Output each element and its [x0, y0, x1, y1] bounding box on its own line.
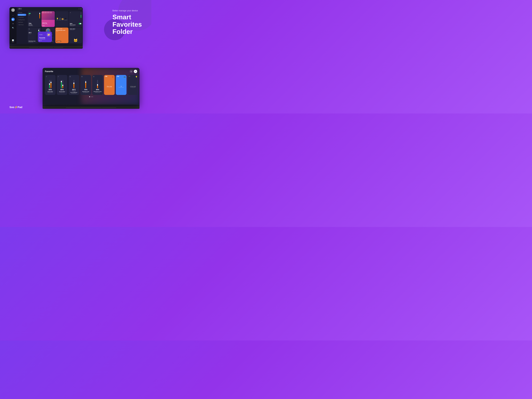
- dinner-toggle[interactable]: [79, 23, 81, 24]
- device-dimming-lamp[interactable]: ⏻ 75% Dimming Lamp Dinning Room: [80, 75, 91, 95]
- room-reading[interactable]: Reading Room: [18, 19, 26, 21]
- base-bottom-line-1: [66, 108, 80, 108]
- grid-icon[interactable]: ⊞: [80, 8, 82, 10]
- sidebar-item-home[interactable]: ⌂: [11, 13, 15, 17]
- dinner-slider-fill: [81, 15, 81, 18]
- scene-download[interactable]: ⬇ Download: [64, 18, 67, 20]
- base-line-3: [54, 47, 63, 48]
- daily-top-card[interactable]: 🎵 Daily Top Top 10 of the day: [42, 11, 55, 27]
- tv-icon: 📺: [124, 76, 126, 78]
- dimming-sub: Heating: [29, 33, 32, 34]
- room-living[interactable]: Living Room: [18, 16, 26, 18]
- top-bar: 1F ▾ ≡ ⊞: [17, 7, 83, 11]
- roman-pause-icon: ⏸: [58, 76, 59, 77]
- folder-label: Folder: [39, 34, 43, 35]
- roller-room-label: Dinning Room: [48, 92, 53, 93]
- top-bar-icons: ≡ ⊞: [79, 8, 82, 10]
- base-bottom-line-2: [80, 108, 102, 108]
- atm-value: 40%: [96, 89, 99, 91]
- base-line-2: [39, 47, 53, 48]
- scene-radio[interactable]: 📻 Radio: [62, 18, 63, 20]
- security-slider-thumb[interactable]: [39, 13, 40, 14]
- fav-menu-btn[interactable]: ≡: [130, 70, 133, 73]
- headline-line2: Favorites: [112, 21, 142, 28]
- dinner-mode-card[interactable]: ⏸ 50%: [69, 11, 82, 27]
- room-wash[interactable]: Wash Room: [18, 24, 26, 26]
- ceiling-off-badge: OFF: [129, 76, 130, 77]
- roller-blind-card[interactable]: Roller Blind Dinning Room 🐱: [69, 28, 82, 43]
- dot-2[interactable]: [91, 96, 91, 97]
- smart-guard-card[interactable]: SMART GUARD Set Security Level Setting S…: [55, 28, 69, 43]
- folder-dot-2: [40, 40, 41, 41]
- security-slider-fill: [39, 14, 40, 19]
- security-title: Security: [29, 24, 40, 25]
- sidebar-item-settings[interactable]: ⚙: [11, 22, 15, 25]
- tv-on-badge: ON: [117, 76, 119, 77]
- scene-moody[interactable]: 🎵 Moody: [59, 18, 61, 20]
- smart-guard-subtitle: Setting: [56, 31, 68, 32]
- room-bed[interactable]: Bed Room: [18, 21, 26, 23]
- dot-3[interactable]: [92, 96, 93, 97]
- tv-base-top: [9, 46, 83, 49]
- favorite-panel: Favorite ≡ ✕ ⏸: [43, 68, 139, 105]
- pagination-dots: [45, 96, 137, 97]
- next-btn[interactable]: ⏭: [52, 41, 53, 42]
- folder-name: Favorite: [39, 37, 51, 39]
- daily-top-info: Daily Top Top 10 of the day more: [42, 22, 55, 27]
- room-list: All Rooms Dinning Room Living Room Readi…: [17, 11, 27, 44]
- floor-lamp-room: Dinning Room: [107, 87, 112, 88]
- device-roman-blind[interactable]: ⏸ 80%: [57, 75, 67, 95]
- roller-value: 50%: [49, 89, 52, 91]
- chart-icon: 📊: [12, 39, 14, 41]
- sidebar-bottom: 📊 Momo: [12, 39, 14, 43]
- dinner-icon: ⏸: [70, 12, 71, 13]
- folder-popup-top: Folder 📁: [39, 33, 51, 37]
- dimming-power-icon: ⏻: [29, 28, 32, 30]
- floor-selector[interactable]: 1F ▾: [18, 8, 22, 10]
- floor-lamp-icon: 🏮: [112, 76, 114, 78]
- tv-name: TV: [120, 86, 122, 87]
- roman-room-label: Dinning Room: [59, 92, 65, 93]
- device-atmosphere[interactable]: ⏻ 40% Atmosphere lamp Dinning Room: [92, 75, 103, 95]
- soopad-text: Soo: [9, 106, 14, 109]
- smart-guard-badge: SMART GUARD: [56, 28, 68, 29]
- time-total: 5:48: [52, 38, 54, 39]
- dimming-power-icon-fav: ⏻: [81, 76, 82, 77]
- ac-sub: Heating: [72, 91, 75, 91]
- device-grid-top: ON 🛡: [27, 11, 83, 44]
- scene-icons-row: 💡 Scene 🎵 Moody 📻 Radio: [56, 18, 68, 20]
- scene-card: 💡 Scene 🎵 Moody 📻 Radio: [55, 11, 69, 27]
- fav-close-btn[interactable]: ✕: [134, 70, 137, 73]
- room-dinning[interactable]: Dinning Room: [18, 14, 26, 16]
- device-ac[interactable]: ⏻ 28°C Heating Air Conditioner Dinning R…: [69, 75, 79, 95]
- tv-stand-top: [9, 44, 83, 46]
- all-rooms-label: All Rooms: [18, 12, 26, 13]
- dinner-slider-track: [81, 12, 81, 18]
- tv-base-bottom: [43, 106, 139, 109]
- folder-popup[interactable]: Folder 📁 Favorite Dinning Room: [38, 32, 52, 42]
- dimming-name-fav: Dimming Lamp: [82, 91, 89, 92]
- fav-title: Favorite: [45, 70, 53, 73]
- device-roller-blind[interactable]: ⏸ 50%: [45, 75, 56, 95]
- dot-1[interactable]: [89, 96, 90, 97]
- device-ceiling-light[interactable]: OFF 💡 Ceiling Light Dinning Room: [128, 75, 137, 95]
- atm-slider: [97, 79, 98, 88]
- sidebar-item-video[interactable]: ▶: [11, 18, 15, 21]
- security-card[interactable]: ON 🛡: [28, 11, 41, 27]
- user-avatar: M: [11, 8, 15, 12]
- sidebar-item-search[interactable]: 🔍: [11, 26, 15, 30]
- menu-icon[interactable]: ≡: [79, 8, 79, 10]
- atm-power-icon: ⏻: [93, 76, 94, 77]
- scene-lamp[interactable]: 💡 Scene: [56, 18, 58, 20]
- roller-sliders: [49, 79, 51, 88]
- daily-top-more[interactable]: more: [42, 25, 45, 26]
- device-tv[interactable]: ON 📺 TV Dinning Room: [116, 75, 127, 95]
- device-floor-lamp[interactable]: ON 🏮 Floor Lamp Dinning Room: [104, 75, 115, 95]
- sidebar: M ⌂ ▶ ⚙ 🔍 📊 Momo: [9, 7, 17, 44]
- tv-frame-bottom: Favorite ≡ ✕ ⏸: [43, 68, 139, 105]
- fav-controls: ≡ ✕: [130, 70, 137, 73]
- daily-top-subtitle: Top 10 of the day: [42, 24, 54, 24]
- folder-dots: [39, 40, 51, 41]
- daily-top-mini-icons: [42, 11, 55, 14]
- smart-guard-setting-btn[interactable]: Setting: [56, 41, 62, 42]
